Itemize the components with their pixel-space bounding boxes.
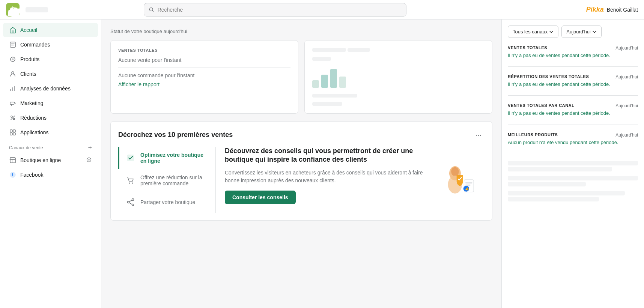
- search-input[interactable]: [158, 7, 402, 13]
- sidebar-item-analyses[interactable]: Analyses de données: [3, 81, 98, 96]
- metric-desc-par-canal: Il n'y a pas eu de ventes pendant cette …: [508, 110, 638, 117]
- canaux-filter-button[interactable]: Tous les canaux: [508, 26, 558, 38]
- pikka-logo: Pikka: [586, 6, 604, 14]
- sidebar-item-applications[interactable]: Applications: [3, 125, 98, 140]
- promo-header: Décrochez vos 10 premières ventes ···: [118, 129, 485, 141]
- search-bar[interactable]: [144, 3, 406, 17]
- card-sales-link[interactable]: Afficher le rapport: [118, 81, 159, 87]
- step-checklist-icon: [125, 153, 136, 163]
- date-filter-button[interactable]: Aujourd'hui: [561, 26, 602, 38]
- step-content: Découvrez des conseils qui vous permettr…: [216, 147, 432, 213]
- svg-rect-9: [14, 86, 15, 91]
- topbar: Pikka Benoit Gaillat: [0, 0, 644, 20]
- step-cta-button[interactable]: Consulter les conseils: [225, 191, 296, 204]
- card-sales-sub: Aucune commande pour l'instant: [118, 72, 290, 78]
- svg-point-22: [129, 183, 130, 184]
- svg-point-10: [11, 116, 12, 117]
- add-channel-button[interactable]: +: [88, 144, 92, 151]
- promo-section: Décrochez vos 10 premières ventes ···: [110, 121, 492, 221]
- promo-more-button[interactable]: ···: [472, 129, 485, 141]
- svg-point-5: [12, 59, 14, 60]
- sidebar-nav: Accueil Commandes: [0, 23, 101, 140]
- steps-list: Optimisez votre boutique en ligne Offrez…: [118, 147, 216, 213]
- metric-desc-meilleurs-produits: Aucun produit n'a été vendu pendant cett…: [508, 139, 638, 146]
- sidebar-item-label-analyses: Analyses de données: [20, 86, 71, 92]
- store-icon: [9, 156, 17, 164]
- sidebar-item-boutique[interactable]: Boutique en ligne: [3, 153, 98, 167]
- sidebar-item-label-facebook: Facebook: [20, 172, 43, 178]
- step-reduction[interactable]: Offrez une réduction sur la première com…: [118, 169, 215, 192]
- metric-title-ventes-totales: VENTES TOTALES: [508, 45, 547, 50]
- boutique-settings-icon[interactable]: [86, 157, 92, 164]
- sidebar-item-produits[interactable]: Produits: [3, 52, 98, 66]
- metric-title-repartition: RÉPARTITION DES VENTES TOTALES: [508, 74, 589, 79]
- metric-date-meilleurs-produits: Aujourd'hui: [615, 132, 638, 138]
- user-name: Benoit Gaillat: [607, 7, 638, 13]
- sidebar-item-label-produits: Produits: [20, 56, 39, 62]
- store-name-blur: [26, 7, 48, 12]
- steps-container: Optimisez votre boutique en ligne Offrez…: [118, 147, 485, 213]
- svg-point-26: [132, 204, 134, 206]
- svg-point-25: [128, 201, 129, 203]
- facebook-icon: f: [9, 171, 17, 179]
- svg-point-23: [132, 183, 133, 184]
- chart-bars: [312, 69, 485, 88]
- sidebar-item-facebook[interactable]: f Facebook: [3, 168, 98, 182]
- metric-ventes-totales: VENTES TOTALES Aujourd'hui Il n'y a pas …: [508, 45, 638, 67]
- step-boutique-label: Optimisez votre boutique en ligne: [140, 152, 209, 164]
- shopify-logo[interactable]: [6, 3, 20, 17]
- apps-icon: [9, 129, 17, 136]
- step-illustration: 👍: [432, 147, 485, 213]
- svg-point-11: [13, 118, 15, 120]
- chart-card: [304, 40, 492, 114]
- svg-rect-8: [12, 87, 13, 91]
- chart-blur-mid: [312, 57, 485, 61]
- sidebar-item-reductions[interactable]: Réductions: [3, 111, 98, 125]
- svg-rect-7: [10, 89, 11, 91]
- layout: Accueil Commandes: [0, 20, 644, 308]
- blurred-bottom: [508, 161, 638, 201]
- svg-rect-32: [465, 185, 471, 186]
- metric-par-canal: VENTES TOTALES PAR CANAL Aujourd'hui Il …: [508, 103, 638, 125]
- sidebar-item-accueil[interactable]: Accueil: [3, 23, 98, 37]
- svg-rect-3: [10, 42, 15, 47]
- svg-rect-14: [10, 133, 12, 135]
- svg-rect-31: [465, 182, 472, 183]
- sidebar-item-label-clients: Clients: [20, 71, 36, 77]
- clients-icon: [9, 70, 17, 78]
- step-boutique[interactable]: Optimisez votre boutique en ligne: [118, 147, 215, 169]
- sidebar-item-label-marketing: Marketing: [20, 100, 43, 106]
- metric-desc-ventes-totales: Il n'y a pas eu de ventes pendant cette …: [508, 52, 638, 59]
- svg-point-18: [88, 159, 90, 161]
- svg-text:👍: 👍: [465, 187, 469, 191]
- sidebar-item-commandes[interactable]: Commandes: [3, 38, 98, 52]
- card-label: VENTES TOTALES: [118, 48, 290, 53]
- metric-desc-repartition: Il n'y a pas eu de ventes pendant cette …: [508, 81, 638, 88]
- metric-date-par-canal: Aujourd'hui: [615, 103, 638, 108]
- sidebar-item-label-accueil: Accueil: [20, 27, 37, 33]
- main-content: Statut de votre boutique aujourd'hui VEN…: [101, 20, 501, 308]
- step-content-desc: Convertissez les visiteurs en acheteurs …: [225, 169, 423, 185]
- step-partager-label: Partager votre boutique: [140, 199, 195, 205]
- chevron-down-icon2: [592, 30, 597, 34]
- step-cart-icon: [125, 175, 136, 186]
- svg-rect-12: [10, 130, 12, 132]
- svg-rect-2: [12, 30, 14, 33]
- chart-placeholder: [312, 48, 485, 106]
- svg-point-6: [12, 72, 14, 74]
- sidebar-item-clients[interactable]: Clients: [3, 67, 98, 81]
- step-reduction-label: Offrez une réduction sur la première com…: [140, 174, 209, 186]
- search-icon: [149, 7, 154, 13]
- chart-blur-bottom: [312, 94, 485, 98]
- right-panel: Tous les canaux Aujourd'hui VENTES TOTAL…: [501, 20, 644, 308]
- sidebar-item-marketing[interactable]: Marketing: [3, 96, 98, 110]
- metric-title-meilleurs-produits: MEILLEURS PRODUITS: [508, 132, 558, 137]
- metric-title-par-canal: VENTES TOTALES PAR CANAL: [508, 103, 575, 108]
- topbar-right: Pikka Benoit Gaillat: [586, 6, 638, 14]
- step-partager[interactable]: Partager votre boutique: [118, 192, 215, 213]
- sidebar-item-label-reductions: Réductions: [20, 115, 47, 121]
- svg-rect-15: [13, 133, 15, 135]
- products-icon: [9, 56, 17, 63]
- chart-blur-top: [312, 48, 485, 52]
- card-sales-value: Aucune vente pour l'instant: [118, 57, 290, 63]
